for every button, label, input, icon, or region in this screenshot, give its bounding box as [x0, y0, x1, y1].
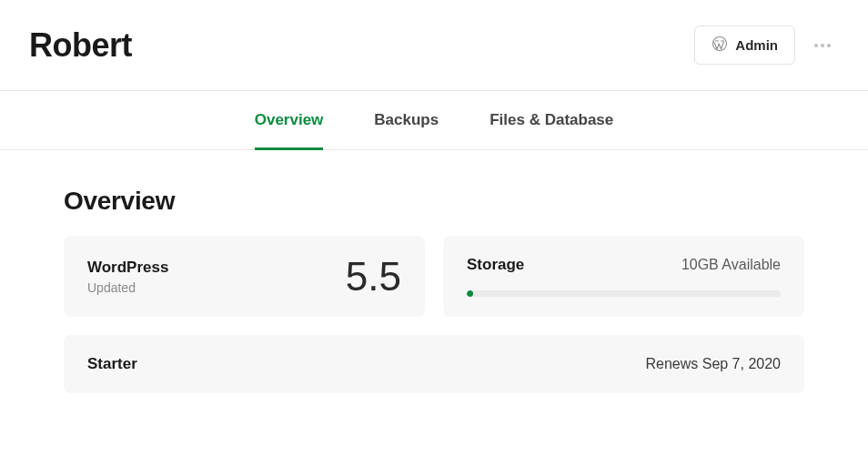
more-horizontal-icon — [812, 35, 833, 56]
admin-button[interactable]: Admin — [694, 25, 795, 65]
page-header: Robert Admin — [0, 0, 868, 91]
wordpress-label: WordPress — [87, 259, 168, 277]
admin-button-label: Admin — [735, 37, 778, 53]
storage-label: Storage — [467, 256, 524, 274]
wordpress-card: WordPress Updated 5.5 — [64, 236, 425, 317]
header-actions: Admin — [694, 25, 839, 65]
svg-point-3 — [827, 44, 831, 47]
wordpress-card-left: WordPress Updated — [87, 259, 168, 295]
storage-card-top: Storage 10GB Available — [467, 256, 781, 274]
more-button[interactable] — [806, 29, 839, 62]
tab-files-database[interactable]: Files & Database — [490, 91, 613, 149]
svg-point-2 — [821, 44, 824, 47]
wordpress-version: 5.5 — [346, 257, 401, 297]
storage-progress-bar — [467, 290, 781, 297]
tabs: Overview Backups Files & Database — [0, 91, 868, 150]
wordpress-status: Updated — [87, 280, 168, 295]
cards-row-top: WordPress Updated 5.5 Storage 10GB Avail… — [64, 236, 804, 317]
storage-card: Storage 10GB Available — [443, 236, 804, 317]
plan-name: Starter — [87, 355, 137, 373]
tab-backups[interactable]: Backups — [374, 91, 439, 149]
storage-available: 10GB Available — [681, 257, 781, 273]
plan-renews: Renews Sep 7, 2020 — [645, 356, 781, 372]
plan-card: Starter Renews Sep 7, 2020 — [64, 335, 804, 393]
page-title: Robert — [29, 26, 132, 65]
svg-point-1 — [814, 44, 818, 47]
section-title: Overview — [64, 187, 804, 216]
wordpress-icon — [712, 36, 728, 55]
content: Overview WordPress Updated 5.5 Storage 1… — [0, 150, 868, 393]
tab-overview[interactable]: Overview — [255, 91, 324, 149]
storage-progress-fill — [467, 290, 473, 297]
